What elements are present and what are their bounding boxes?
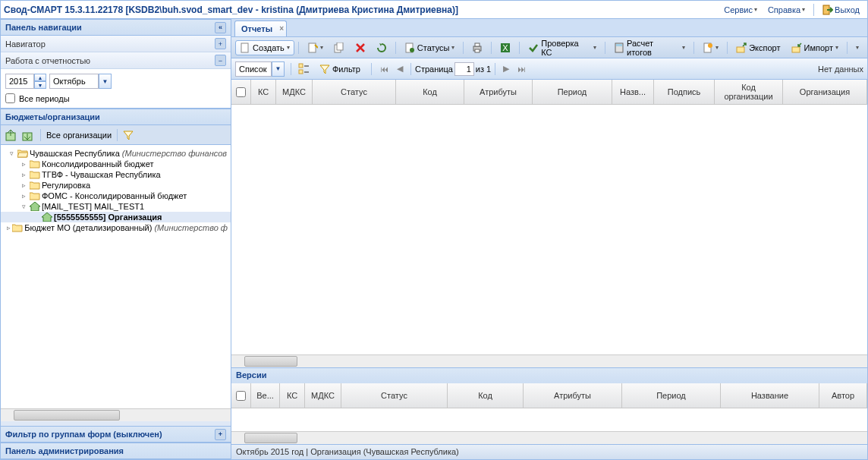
first-page-button[interactable]: ⏮ <box>378 62 392 76</box>
overflow-button[interactable]: ▾ <box>851 42 863 53</box>
statuses-button[interactable]: Статусы▾ <box>400 40 460 55</box>
export-button[interactable]: Экспорт <box>731 40 785 55</box>
edit-button[interactable]: ▾ <box>303 40 328 55</box>
col-attributes[interactable]: Атрибуты <box>464 80 533 104</box>
tree-root[interactable]: ▿ Чувашская Республика (Министерство фин… <box>1 148 231 159</box>
navigator-header[interactable]: Навигатор + <box>1 36 231 52</box>
collapse-tree-icon[interactable] <box>21 128 35 142</box>
close-icon[interactable]: × <box>279 24 284 33</box>
top-menubar: Свод-СМАРТ 15.3.11.22178 [KSDB2\buh.svod… <box>1 1 867 19</box>
col-period[interactable]: Период <box>533 80 612 104</box>
col-signature[interactable]: Подпись <box>654 80 715 104</box>
period-selector: ▲ ▼ ▼ Все периоды <box>1 69 231 109</box>
last-page-button[interactable]: ⏭ <box>514 62 528 76</box>
report-work-header[interactable]: Работа с отчетностью − <box>1 52 231 69</box>
versions-body[interactable] <box>231 408 867 431</box>
document-icon <box>240 43 250 53</box>
col-ks[interactable]: КС <box>251 80 276 104</box>
tree-node[interactable]: ▹Регулировка <box>1 180 231 191</box>
page-of-label: из 1 <box>476 65 491 74</box>
tree-node[interactable]: ▹Бюджет МО (детализированный) (Министерс… <box>1 222 231 233</box>
menu-exit[interactable]: Выход <box>818 3 864 17</box>
menu-help[interactable]: Справка▾ <box>763 4 810 16</box>
select-all-checkbox[interactable] <box>236 87 246 97</box>
year-down[interactable]: ▼ <box>34 81 46 89</box>
check-icon <box>528 43 539 53</box>
col-org-code[interactable]: Код организации <box>715 80 783 104</box>
tree-scrollbar[interactable] <box>1 408 231 421</box>
year-input[interactable] <box>5 74 34 89</box>
filter-groups-header[interactable]: Фильтр по группам форм (выключен) + <box>1 426 231 443</box>
main-toolbar: Создать▾ ▾ Статусы▾ X Проверка КС▾ Расче… <box>231 37 867 58</box>
collapse-sub-button[interactable]: − <box>215 55 226 66</box>
vcol-ver[interactable]: Ве... <box>251 383 280 408</box>
year-up[interactable]: ▲ <box>34 74 46 81</box>
status-icon <box>404 43 415 53</box>
tree-node[interactable]: ▹ФОМС - Консолидированный бюджет <box>1 191 231 201</box>
tree-node[interactable]: ▿[MAIL_TEST] MAIL_TEST1 <box>1 201 231 212</box>
col-code[interactable]: Код <box>396 80 464 104</box>
vcol-ks[interactable]: КС <box>280 383 305 408</box>
budgets-orgs-header: Бюджеты/организации <box>1 109 231 125</box>
expand-filter-button[interactable]: + <box>215 429 226 440</box>
versions-header[interactable]: Версии <box>231 368 867 383</box>
copy-button[interactable] <box>329 40 349 55</box>
all-periods-checkbox[interactable] <box>5 93 15 103</box>
col-status[interactable]: Статус <box>313 80 396 104</box>
filter-icon[interactable] <box>123 130 134 140</box>
grid-scrollbar[interactable] <box>231 354 867 367</box>
svg-rect-18 <box>737 47 744 52</box>
tree-node-selected[interactable]: [5555555555] Организация <box>1 212 231 222</box>
expander-icon[interactable]: ▿ <box>7 150 16 157</box>
month-combo[interactable]: ▼ <box>49 74 112 89</box>
import-button[interactable]: Импорт▾ <box>787 40 843 55</box>
versions-scrollbar[interactable] <box>231 431 867 444</box>
refresh-button[interactable] <box>372 40 392 55</box>
col-name[interactable]: Назв... <box>612 80 654 104</box>
collapse-button[interactable]: « <box>215 22 226 33</box>
check-ks-button[interactable]: Проверка КС▾ <box>524 36 601 59</box>
delete-button[interactable] <box>351 40 370 55</box>
page-label: Страница <box>415 65 453 74</box>
list-mode-combo[interactable]: ▼ <box>235 61 285 77</box>
select-all-versions-checkbox[interactable] <box>236 391 246 401</box>
col-mdks[interactable]: МДКС <box>276 80 313 104</box>
tree-node[interactable]: ▹Консолидированный бюджет <box>1 159 231 169</box>
excel-icon: X <box>500 43 511 53</box>
versions-panel: Версии Ве... КС МДКС Статус Код Атрибуты… <box>231 367 867 444</box>
tree-view-icon[interactable] <box>297 62 311 76</box>
svg-rect-22 <box>299 70 303 74</box>
month-input[interactable] <box>49 74 99 89</box>
expand-tree-icon[interactable] <box>5 128 18 142</box>
no-data-label: Нет данных <box>818 65 863 74</box>
grid-body[interactable] <box>231 105 867 354</box>
vcol-author[interactable]: Автор <box>819 383 867 408</box>
vcol-mdks[interactable]: МДКС <box>305 383 341 408</box>
org-tree[interactable]: ▿ Чувашская Республика (Министерство фин… <box>1 145 231 408</box>
calc-totals-button[interactable]: Расчет итогов▾ <box>609 36 690 59</box>
menu-service[interactable]: Сервис▾ <box>719 4 762 16</box>
app-title: Свод-СМАРТ 15.3.11.22178 [KSDB2\buh.svod… <box>4 5 458 15</box>
print-button[interactable] <box>467 40 487 55</box>
tree-node[interactable]: ▹ТГВФ - Чувашская Республика <box>1 169 231 180</box>
admin-panel-header[interactable]: Панель администрирования <box>1 443 231 459</box>
link-button[interactable]: ▾ <box>698 40 723 55</box>
vcol-attr[interactable]: Атрибуты <box>524 383 622 408</box>
page-input[interactable] <box>454 62 474 76</box>
vcol-status[interactable]: Статус <box>341 383 448 408</box>
house-icon <box>30 202 40 211</box>
year-spinner[interactable]: ▲ ▼ <box>5 74 46 89</box>
col-org[interactable]: Организация <box>783 80 867 104</box>
month-dropdown-button[interactable]: ▼ <box>99 74 112 89</box>
vcol-period[interactable]: Период <box>622 383 721 408</box>
excel-button[interactable]: X <box>495 40 515 55</box>
filter-button[interactable]: Фильтр <box>315 61 365 77</box>
expand-button[interactable]: + <box>215 38 226 49</box>
next-page-button[interactable]: ▶ <box>499 62 513 76</box>
calculator-icon <box>614 43 624 53</box>
create-button[interactable]: Создать▾ <box>235 40 294 55</box>
prev-page-button[interactable]: ◀ <box>393 62 407 76</box>
vcol-name[interactable]: Название <box>721 383 819 408</box>
vcol-code[interactable]: Код <box>448 383 524 408</box>
tab-reports[interactable]: Отчеты × <box>234 20 287 36</box>
